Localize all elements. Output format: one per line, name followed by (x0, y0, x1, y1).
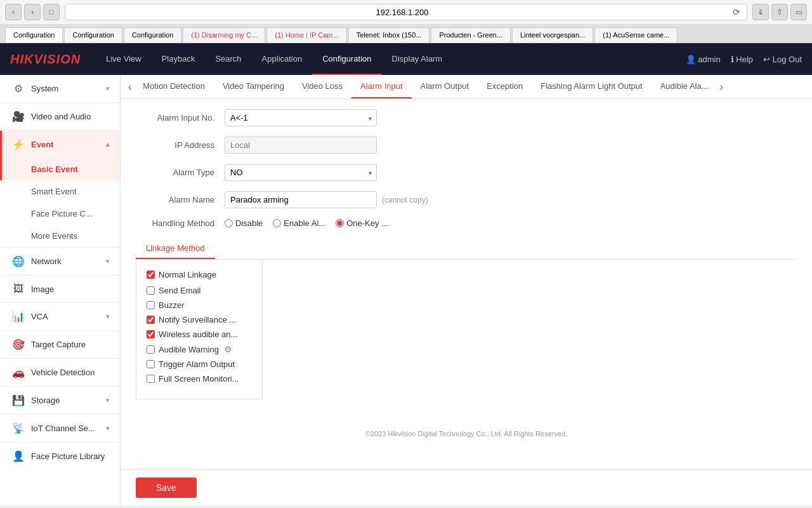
browser-tab-0[interactable]: Configuration (5, 27, 63, 43)
vca-arrow: ▾ (106, 312, 110, 321)
tab-motion-detection[interactable]: Motion Detection (134, 75, 214, 98)
alarm-input-no-select[interactable]: A<-1 A<-2 A<-3 A<-4 (225, 109, 377, 126)
tab-next-button[interactable]: › (717, 76, 726, 98)
system-arrow: ▾ (106, 84, 110, 93)
handling-disable-label[interactable]: Disable (225, 218, 263, 228)
ip-address-row: IP Address (136, 137, 797, 154)
gear-icon[interactable]: ⚙ (224, 344, 232, 354)
nav-application[interactable]: Application (252, 43, 313, 75)
handling-methods: Disable Enable Al... One-Key ... (225, 218, 388, 228)
sidebar-item-vca[interactable]: 📊 VCA ▾ (0, 303, 120, 330)
browser-tab-5[interactable]: Telenet: Inbox (150... (348, 27, 430, 43)
expand-button[interactable]: ▭ (790, 4, 807, 20)
sidebar-sub-more-events[interactable]: More Events (0, 225, 120, 247)
sidebar-face-library-label: Face Picture Library (31, 451, 105, 461)
trigger-alarm-output-checkbox[interactable] (147, 360, 155, 368)
event-arrow: ▴ (106, 140, 110, 149)
tab-prev-button[interactable]: ‹ (126, 76, 134, 98)
linkage-full-screen: Full Screen Monitori... (147, 374, 252, 384)
sidebar-video-audio-label: Video and Audio (31, 112, 91, 121)
sidebar-item-image[interactable]: 🖼 Image (0, 276, 120, 302)
browser-tab-7[interactable]: Linteel voorgespan... (512, 27, 593, 43)
handling-enable-radio[interactable] (273, 219, 281, 227)
linkage-notify-surveillance: Notify Surveillance ... (147, 315, 252, 324)
browser-tab-1[interactable]: Configuration (64, 27, 122, 43)
sidebar-item-video-audio[interactable]: 🎥 Video and Audio (0, 103, 120, 130)
browser-tab-6[interactable]: Producten - Green... (431, 27, 511, 43)
address-bar[interactable]: 192.168.1.200 ⟳ (65, 4, 747, 20)
sidebar-system-label: System (31, 84, 58, 93)
full-screen-checkbox[interactable] (147, 375, 155, 383)
buzzer-checkbox[interactable] (147, 301, 155, 309)
forward-button[interactable]: › (24, 4, 41, 20)
handling-one-key-label[interactable]: One-Key ... (336, 218, 388, 228)
sidebar-item-iot[interactable]: 📡 IoT Channel Se... ▾ (0, 415, 120, 442)
reload-button[interactable]: ⟳ (733, 7, 740, 17)
download-button[interactable]: ⇓ (752, 4, 769, 20)
admin-user[interactable]: 👤 admin (686, 55, 721, 64)
admin-label: admin (698, 55, 720, 64)
alarm-type-row: Alarm Type NO NC ▾ (136, 164, 797, 181)
nav-live-view[interactable]: Live View (96, 43, 151, 75)
handling-disable-radio[interactable] (225, 219, 233, 227)
alarm-type-control: NO NC ▾ (225, 164, 377, 181)
share-button[interactable]: ⇧ (771, 4, 788, 20)
save-button[interactable]: Save (136, 478, 197, 498)
alarm-name-input[interactable] (225, 191, 377, 208)
notify-surveillance-checkbox[interactable] (147, 316, 155, 324)
browser-tab-3[interactable]: (1) Disarming my C... (183, 27, 265, 43)
tab-alarm-input[interactable]: Alarm Input (351, 75, 411, 98)
normal-linkage-checkbox[interactable] (147, 271, 155, 279)
nav-search[interactable]: Search (205, 43, 251, 75)
browser-toolbar: ‹ › □ 192.168.1.200 ⟳ ⇓ ⇧ ▭ (0, 0, 812, 25)
browser-tab-8[interactable]: (1) AcuSense came... (594, 27, 678, 43)
nav-configuration[interactable]: Configuration (312, 43, 381, 75)
sidebar-item-storage[interactable]: 💾 Storage ▾ (0, 387, 120, 414)
nav-playback[interactable]: Playback (152, 43, 206, 75)
window-button[interactable]: □ (43, 4, 60, 20)
browser-tab-2[interactable]: Configuration (124, 27, 181, 43)
sidebar-vca-label: VCA (31, 312, 48, 321)
linkage-method-tab[interactable]: Linkage Method (136, 238, 215, 259)
nav-display-alarm[interactable]: Display Alarm (382, 43, 452, 75)
tab-video-tampering[interactable]: Video Tampering (214, 75, 293, 98)
tab-exception[interactable]: Exception (478, 75, 532, 98)
tab-alarm-output[interactable]: Alarm Output (412, 75, 478, 98)
tab-flashing-alarm[interactable]: Flashing Alarm Light Output (532, 75, 651, 98)
linkage-box: Normal Linkage Send Email Buzzer No (136, 260, 263, 399)
sidebar-sub-face-picture[interactable]: Face Picture C... (0, 203, 120, 225)
sidebar-item-network[interactable]: 🌐 Network ▾ (0, 248, 120, 275)
wireless-audible-checkbox[interactable] (147, 330, 155, 338)
sidebar-item-target-capture[interactable]: 🎯 Target Capture (0, 331, 120, 358)
help-link[interactable]: ℹ Help (731, 55, 753, 64)
handling-enable-label[interactable]: Enable Al... (273, 218, 325, 228)
sidebar-sub-smart-event[interactable]: Smart Event (0, 180, 120, 203)
send-email-checkbox[interactable] (147, 286, 155, 295)
full-screen-label: Full Screen Monitori... (159, 374, 239, 384)
sidebar-item-face-library[interactable]: 👤 Face Picture Library (0, 443, 120, 470)
content-tab-bar: ‹ Motion Detection Video Tampering Video… (121, 75, 812, 99)
sidebar-sub-basic-event[interactable]: Basic Event (0, 158, 120, 180)
alarm-name-row: Alarm Name (cannot copy) (136, 191, 797, 208)
system-icon: ⚙ (12, 83, 25, 95)
sidebar-item-vehicle-detection[interactable]: 🚗 Vehicle Detection (0, 359, 120, 386)
tab-video-loss[interactable]: Video Loss (293, 75, 351, 98)
ip-address-input[interactable] (225, 137, 377, 154)
sidebar-item-system[interactable]: ⚙ System ▾ (0, 75, 120, 102)
alarm-input-no-control: A<-1 A<-2 A<-3 A<-4 ▾ (225, 109, 377, 126)
help-icon: ℹ (731, 55, 734, 64)
browser-tab-4[interactable]: (1) Home | IP Cam... (266, 27, 346, 43)
nav-buttons: ‹ › □ (5, 4, 60, 20)
sidebar-target-label: Target Capture (31, 340, 86, 349)
storage-arrow: ▾ (106, 396, 110, 404)
alarm-type-select[interactable]: NO NC (225, 164, 377, 181)
handling-method-row: Handling Method Disable Enable Al... (136, 218, 797, 228)
alarm-type-select-wrapper: NO NC ▾ (225, 164, 377, 181)
sidebar-item-event[interactable]: ⚡ Event ▴ (0, 131, 120, 158)
audible-warning-checkbox[interactable] (147, 345, 155, 354)
handling-one-key-radio[interactable] (336, 219, 344, 227)
back-button[interactable]: ‹ (5, 4, 22, 20)
tab-audible-ala[interactable]: Audible Ala... (652, 75, 717, 98)
notify-surveillance-label: Notify Surveillance ... (159, 315, 236, 324)
logout-link[interactable]: ↩ Log Out (763, 55, 802, 64)
